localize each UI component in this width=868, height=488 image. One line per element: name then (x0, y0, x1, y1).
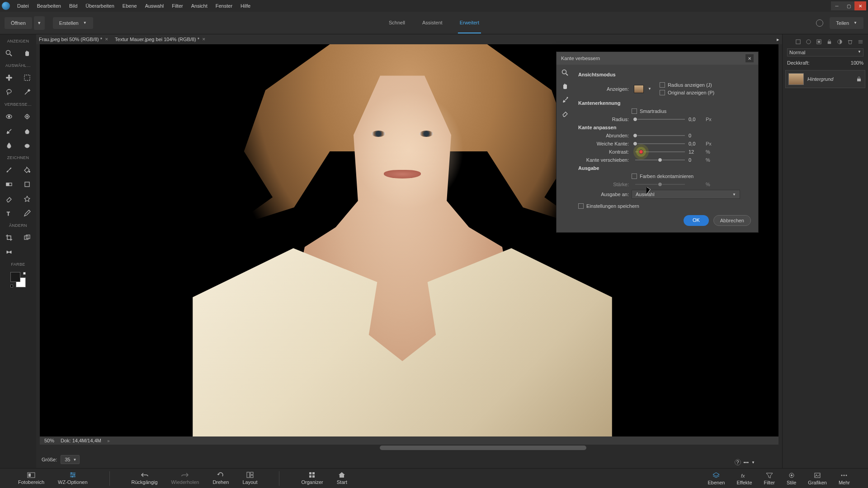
shape-tool[interactable] (18, 177, 36, 192)
organizer-button[interactable]: Organizer (301, 471, 323, 486)
redeye-tool[interactable] (0, 109, 18, 124)
lock-icon[interactable] (826, 39, 832, 45)
doc-tab-1[interactable]: Frau.jpeg bei 50% (RGB/8) *✕ (39, 37, 108, 42)
home-button[interactable]: Start (337, 471, 347, 486)
zoom-tool-icon[interactable] (561, 69, 569, 76)
undo-button[interactable]: Rückgängig (132, 471, 158, 486)
menu-window[interactable]: Fenster (212, 1, 236, 10)
menu-select[interactable]: Auswahl (142, 1, 168, 10)
effects-panel-button[interactable]: fxEffekte (736, 472, 752, 485)
photobin-button[interactable]: Fotobereich (18, 471, 44, 486)
view-dropdown-icon[interactable]: ▼ (648, 87, 651, 91)
minimize-button[interactable]: ─ (831, 1, 843, 10)
foreground-color[interactable] (10, 272, 20, 282)
blend-mode-select[interactable]: Normal▼ (787, 48, 863, 56)
trash-icon[interactable] (847, 39, 853, 45)
close-button[interactable]: ✕ (854, 1, 866, 10)
radius-slider[interactable] (635, 119, 685, 120)
clone-tool[interactable] (18, 124, 36, 138)
menu-image[interactable]: Bild (66, 1, 81, 10)
help-hint[interactable]: ?•••▼ (735, 459, 755, 465)
view-preview-thumb[interactable] (634, 85, 644, 93)
fx-icon[interactable] (806, 39, 811, 45)
tab-guided[interactable]: Assistent (420, 13, 444, 33)
spot-heal-tool[interactable] (18, 109, 36, 124)
layout-button[interactable]: Layout (242, 471, 257, 486)
content-aware-move-tool[interactable] (0, 245, 18, 259)
more-button[interactable]: Mehr (839, 472, 850, 485)
menu-enhance[interactable]: Überarbeiten (82, 1, 118, 10)
menu-view[interactable]: Ansicht (188, 1, 211, 10)
decontaminate-checkbox[interactable] (632, 174, 637, 179)
text-tool[interactable]: T (0, 206, 18, 221)
contrast-value[interactable]: 12 (689, 149, 706, 155)
shift-slider[interactable] (635, 160, 685, 160)
color-swatches[interactable] (10, 272, 26, 287)
horizontal-scrollbar[interactable] (40, 445, 778, 451)
feather-slider[interactable] (635, 143, 685, 144)
eraser-tool[interactable] (0, 192, 18, 206)
paint-bucket-tool[interactable] (18, 163, 36, 177)
tab-expert[interactable]: Erweitert (458, 13, 481, 33)
size-select[interactable]: 35▼ (61, 455, 80, 464)
mask-icon[interactable] (816, 39, 822, 45)
blur-tool[interactable] (0, 138, 18, 153)
doc-tab-2[interactable]: Textur Mauer.jpeg bei 104% (RGB/8) *✕ (115, 37, 206, 42)
cookie-cutter-tool[interactable] (18, 192, 36, 206)
smooth-value[interactable]: 0 (689, 133, 706, 138)
marquee-tool[interactable] (18, 70, 36, 85)
contrast-slider[interactable] (635, 151, 685, 152)
lasso-tool[interactable] (0, 85, 18, 99)
default-colors-icon[interactable] (10, 285, 13, 287)
output-select[interactable]: Auswahl▼ (632, 190, 740, 199)
shift-value[interactable]: 0 (689, 157, 706, 163)
swap-colors-icon[interactable] (23, 272, 26, 275)
show-radius-checkbox[interactable] (660, 82, 665, 88)
panel-menu-icon[interactable] (858, 39, 863, 45)
hand-tool-icon[interactable] (561, 83, 569, 90)
feather-value[interactable]: 0,0 (689, 141, 706, 146)
zoom-tool[interactable] (0, 46, 18, 61)
straighten-tool[interactable] (18, 245, 36, 259)
styles-panel-button[interactable]: Stile (787, 472, 796, 485)
close-tab-icon[interactable]: ✕ (202, 37, 206, 42)
radius-value[interactable]: 0,0 (689, 117, 706, 122)
opacity-value[interactable]: 100% (851, 60, 863, 66)
ok-button[interactable]: OK (684, 215, 709, 226)
crop-tool[interactable] (0, 230, 18, 245)
show-original-checkbox[interactable] (660, 90, 665, 95)
pencil-tool[interactable] (18, 206, 36, 221)
open-dropdown[interactable]: ▼ (34, 16, 45, 30)
menu-file[interactable]: Datei (14, 1, 33, 10)
rotate-button[interactable]: Drehen (212, 471, 229, 486)
recompose-tool[interactable] (18, 230, 36, 245)
menu-edit[interactable]: Bearbeiten (33, 1, 65, 10)
menu-help[interactable]: Hilfe (237, 1, 254, 10)
theme-toggle-icon[interactable] (816, 19, 823, 27)
wand-tool[interactable] (18, 85, 36, 99)
layer-name[interactable]: Hintergrund (807, 76, 833, 82)
menu-filter[interactable]: Filter (168, 1, 186, 10)
layers-panel-button[interactable]: Ebenen (708, 472, 725, 485)
refine-brush-icon[interactable] (561, 96, 569, 103)
dialog-close-button[interactable]: ✕ (745, 54, 754, 62)
close-tab-icon[interactable]: ✕ (105, 37, 108, 42)
hand-tool[interactable] (18, 46, 36, 61)
layer-lock-icon[interactable] (856, 76, 862, 82)
scrollbar-thumb[interactable] (380, 446, 587, 450)
layer-thumbnail[interactable] (788, 73, 804, 85)
gradient-tool[interactable] (0, 177, 18, 192)
menu-layer[interactable]: Ebene (119, 1, 141, 10)
create-button[interactable]: Erstellen▼ (53, 17, 93, 29)
new-layer-icon[interactable] (795, 39, 801, 45)
smart-radius-checkbox[interactable] (632, 108, 637, 114)
erase-refine-icon[interactable] (561, 110, 569, 117)
redo-button[interactable]: Wiederholen (171, 471, 199, 486)
dialog-titlebar[interactable]: Kante verbessern ✕ (557, 52, 758, 65)
share-button[interactable]: Teilen▼ (830, 17, 863, 29)
tab-quick[interactable]: Schnell (387, 13, 407, 33)
save-settings-checkbox[interactable] (578, 203, 584, 209)
layer-row[interactable]: Hintergrund (785, 70, 865, 88)
tab-overflow-icon[interactable]: ▸ (777, 37, 779, 42)
open-button[interactable]: Öffnen (5, 17, 32, 29)
